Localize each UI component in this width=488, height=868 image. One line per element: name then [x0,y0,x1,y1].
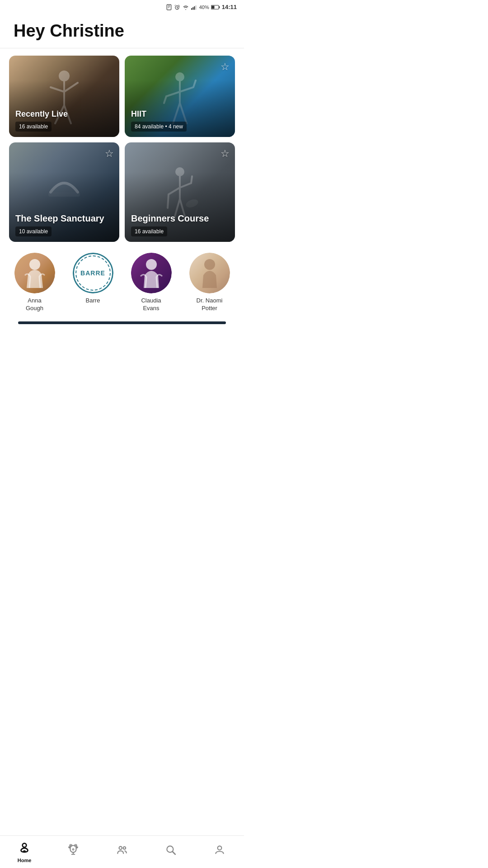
naomi-silhouette [196,256,223,290]
instructor-claudia-evans[interactable]: ClaudiaEvans [126,253,177,312]
svg-rect-2 [191,8,192,10]
battery-percent: 40% [199,5,209,10]
sim-icon [166,4,172,10]
svg-rect-4 [194,6,195,9]
instructor-naomi-potter[interactable]: Dr. NaomiPotter [184,253,235,312]
avatar-naomi [189,253,230,293]
anna-silhouette [21,256,48,290]
category-card-hiit[interactable]: ☆ HIIT 84 available • 4 new [125,56,235,137]
instructors-section: AnnaGough BARRE Barre [9,253,235,312]
progress-bar [18,321,226,324]
alarm-icon [174,4,180,10]
main-content: Recently Live 16 available ☆ HIIT 84 ava… [0,48,244,362]
status-icons: 40% 14:11 [166,4,237,10]
svg-rect-5 [195,5,196,9]
svg-point-16 [204,259,215,270]
wifi-icon [182,5,189,10]
card-meta: 16 available [15,122,52,132]
category-card-sleep[interactable]: ☆ The Sleep Sanctuary 10 available [9,142,119,242]
instructor-anna-gough[interactable]: AnnaGough [9,253,60,312]
scroll-progress [9,321,235,324]
card-content: The Sleep Sanctuary 10 available [9,208,119,242]
instructor-name: ClaudiaEvans [141,297,161,312]
claudia-silhouette [138,256,165,290]
card-content: Beginners Course 16 available [125,208,235,242]
card-meta: 84 available • 4 new [131,122,187,132]
svg-rect-7 [219,6,220,8]
svg-rect-8 [211,5,214,8]
header: Hey Christine [0,12,244,48]
status-bar: 40% 14:11 [0,0,244,12]
signal-icon [191,4,197,10]
svg-rect-0 [167,5,171,10]
card-title: Beginners Course [131,213,229,224]
favorite-star-icon[interactable]: ☆ [221,61,230,73]
card-title: Recently Live [15,109,113,119]
avatar-claudia [131,253,172,293]
battery-icon [211,5,220,10]
card-title: The Sleep Sanctuary [15,213,113,224]
category-card-beginners[interactable]: ☆ Beginners Course 16 available [125,142,235,242]
page-title: Hey Christine [14,21,230,41]
favorite-star-icon[interactable]: ☆ [105,148,114,160]
instructor-name: AnnaGough [26,297,43,312]
card-content: Recently Live 16 available [9,104,119,137]
svg-point-14 [29,259,40,270]
instructor-name: Barre [86,297,100,305]
favorite-star-icon[interactable]: ☆ [221,148,230,160]
card-content: HIIT 84 available • 4 new [125,104,235,137]
card-meta: 10 available [15,226,52,236]
svg-rect-3 [192,7,193,10]
svg-point-15 [146,259,157,270]
instructor-barre[interactable]: BARRE Barre [67,253,118,312]
category-card-recently-live[interactable]: Recently Live 16 available [9,56,119,137]
instructors-row: AnnaGough BARRE Barre [9,253,235,312]
card-meta: 16 available [131,226,167,236]
barre-logo-text: BARRE [75,255,111,291]
category-grid: Recently Live 16 available ☆ HIIT 84 ava… [9,56,235,242]
instructor-name: Dr. NaomiPotter [197,297,223,312]
avatar-anna [14,253,55,293]
avatar-barre: BARRE [73,253,113,293]
card-title: HIIT [131,109,229,119]
status-time: 14:11 [222,4,237,10]
